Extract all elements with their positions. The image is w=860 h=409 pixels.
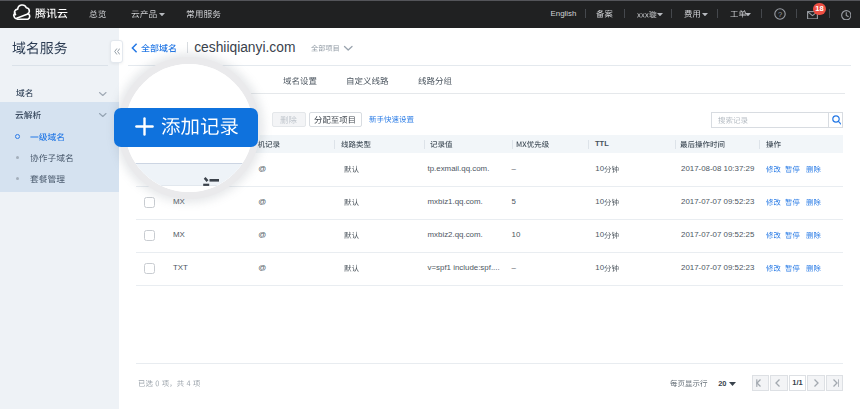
svg-text:?: ? xyxy=(777,9,781,18)
